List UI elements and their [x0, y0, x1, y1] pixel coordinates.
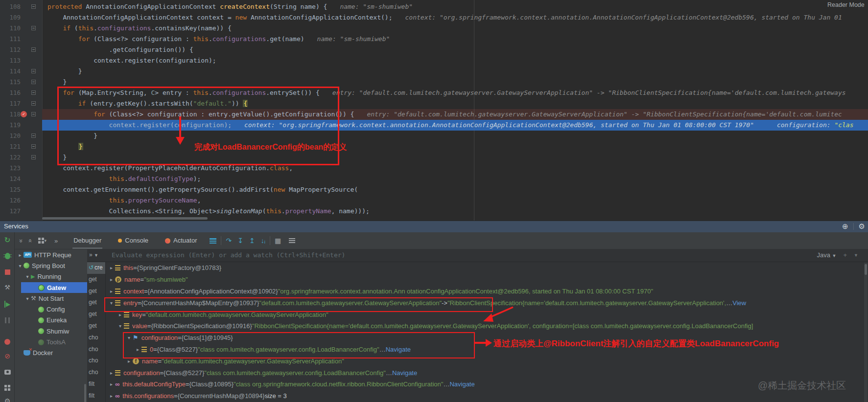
tree-chevron-icon[interactable]: ▾: [24, 296, 31, 301]
reader-mode-label[interactable]: Reader Mode: [827, 1, 865, 8]
variable-chevron-icon[interactable]: ▸: [108, 277, 115, 282]
language-selector[interactable]: Java ▼: [817, 251, 836, 259]
settings-lines-icon[interactable]: [289, 238, 295, 243]
editor-horizontal-scrollbar[interactable]: [42, 217, 208, 220]
variables-scrollbar-thumb[interactable]: [865, 264, 867, 275]
add-watch-icon[interactable]: +: [843, 251, 847, 259]
run-to-cursor-icon[interactable]: ↓ᵢ: [261, 237, 265, 245]
debug-icon[interactable]: [0, 251, 15, 259]
variable-chevron-icon[interactable]: ▸: [134, 347, 141, 352]
tree-chevron-icon[interactable]: ▸: [17, 252, 23, 258]
sidebar-item-config[interactable]: Config: [15, 304, 87, 314]
sidebar-item-shumiw[interactable]: Shumiw: [15, 326, 87, 336]
variable-chevron-icon[interactable]: ▸: [125, 358, 133, 364]
gear-icon[interactable]: ⚙: [859, 222, 865, 231]
watch-bar[interactable]: » ▼ Evaluate expression (Enter) or add a…: [87, 249, 868, 262]
expand-all-icon[interactable]: »: [18, 239, 25, 242]
variable-chevron-icon[interactable]: ▸: [108, 381, 115, 387]
variable-row-name[interactable]: ▸fname = "default.com.lumitech.gatewayse…: [106, 355, 868, 367]
stack-frame[interactable]: cho: [87, 355, 105, 367]
collapse-all-icon[interactable]: »: [26, 239, 33, 242]
chevron-double-right-icon[interactable]: »: [89, 251, 93, 258]
variable-chevron-icon[interactable]: ▾: [117, 323, 124, 329]
navigate-link[interactable]: Navigate: [392, 369, 417, 377]
group-by-icon[interactable]: [38, 238, 44, 244]
resume-icon[interactable]: ▶: [0, 300, 15, 308]
caret-down-icon[interactable]: ▼: [854, 253, 858, 258]
stack-frame[interactable]: filt: [87, 390, 105, 402]
navigate-link[interactable]: Navigate: [449, 380, 474, 388]
variables-scrollbar-track[interactable]: [864, 263, 868, 402]
variable-row-name[interactable]: ▸pname = "sm-shumiweb": [106, 274, 868, 286]
fold-marker[interactable]: −: [31, 47, 36, 52]
mute-breakpoints-icon[interactable]: [0, 337, 15, 345]
services-panel-header[interactable]: Services ⊕ ⚙: [0, 221, 868, 232]
fold-marker[interactable]: −: [31, 112, 36, 116]
stack-frame[interactable]: filt: [87, 379, 105, 390]
no-breakpoints-icon[interactable]: ⊘: [0, 352, 15, 360]
tree-scrollbar[interactable]: [84, 384, 86, 402]
variable-chevron-icon[interactable]: ▸: [108, 265, 115, 270]
caret-down-icon[interactable]: ▼: [94, 253, 98, 258]
show-execution-point-icon[interactable]: ↷: [226, 237, 232, 245]
variable-chevron-icon[interactable]: ▸: [108, 393, 115, 399]
sidebar-item-spring-boot[interactable]: ▾Spring Boot: [15, 260, 87, 271]
view-as-table-icon[interactable]: ▦: [275, 237, 281, 245]
navigate-link[interactable]: Navigate: [386, 346, 411, 353]
stack-frame[interactable]: cho: [87, 344, 105, 356]
frames-list[interactable]: ↺cregetgetgetgetgetchochochochofiltfilt: [87, 262, 106, 402]
stack-frame[interactable]: get: [87, 309, 105, 320]
stack-frame[interactable]: cho: [87, 332, 105, 344]
pause-icon[interactable]: [0, 316, 15, 324]
sidebar-item-eureka[interactable]: Eureka: [15, 315, 87, 326]
fold-marker[interactable]: −: [31, 90, 36, 95]
tab-console[interactable]: Console: [116, 232, 150, 249]
layout-grid-icon[interactable]: [0, 383, 15, 391]
wrench-icon[interactable]: ⚒: [0, 283, 15, 291]
overflow-chevron-icon[interactable]: »: [54, 237, 58, 245]
variable-row-this-defaultConfigType[interactable]: ▸∞this.defaultConfigType = {Class@10895}…: [106, 379, 868, 390]
variable-row-context[interactable]: ▸context = {AnnotationConfigApplicationC…: [106, 286, 868, 297]
services-tree[interactable]: ▸APIHTTP Reque▾Spring Boot▾▶RunningGatew…: [15, 249, 87, 402]
rerun-icon[interactable]: ↻: [0, 236, 15, 245]
stop-icon[interactable]: [0, 268, 15, 275]
step-out-icon[interactable]: ↥: [249, 237, 255, 245]
stack-frame[interactable]: get: [87, 297, 105, 309]
tree-chevron-icon[interactable]: ▾: [17, 263, 23, 268]
target-icon[interactable]: ⊕: [842, 222, 848, 231]
variable-chevron-icon[interactable]: ▸: [108, 370, 115, 376]
navigate-link[interactable]: View: [732, 299, 746, 307]
fold-marker[interactable]: −: [31, 69, 36, 73]
stack-frame[interactable]: get: [87, 320, 105, 332]
sidebar-item-docker[interactable]: Docker: [15, 348, 87, 358]
settings-gear-icon[interactable]: ⚙: [0, 397, 15, 402]
stack-frame[interactable]: get: [87, 286, 105, 297]
variable-chevron-icon[interactable]: ▸: [117, 312, 124, 317]
step-over-icon[interactable]: ↧: [237, 237, 243, 245]
tree-chevron-icon[interactable]: ▾: [24, 274, 31, 279]
stack-frame[interactable]: get: [87, 274, 105, 286]
tab-actuator[interactable]: Actuator: [163, 232, 199, 249]
variable-chevron-icon[interactable]: ▾: [125, 335, 133, 340]
fold-marker[interactable]: −: [31, 155, 36, 159]
variable-row-this-configurations[interactable]: ▸∞this.configurations = {ConcurrentHashM…: [106, 390, 868, 402]
variable-row-this[interactable]: ▸this = {SpringClientFactory@10783}: [106, 262, 868, 274]
sidebar-item-running[interactable]: ▾▶Running: [15, 271, 87, 282]
sidebar-item-http-reque[interactable]: ▸APIHTTP Reque: [15, 249, 87, 260]
fold-marker[interactable]: −: [31, 4, 36, 9]
stack-frame[interactable]: ↺cre: [87, 262, 105, 274]
watch-input[interactable]: Evaluate expression (Enter) or add a wat…: [112, 251, 345, 259]
variable-chevron-icon[interactable]: ▾: [108, 300, 115, 306]
breakpoint-icon[interactable]: ✓: [21, 111, 27, 117]
variable-row-value[interactable]: ▾value = {RibbonClientSpecification@1091…: [106, 320, 868, 332]
variables-panel[interactable]: ▸this = {SpringClientFactory@10783}▸pnam…: [106, 262, 868, 402]
code-editor[interactable]: 108−protected AnnotationConfigApplicatio…: [0, 0, 868, 221]
stack-frame[interactable]: cho: [87, 367, 105, 379]
fold-marker[interactable]: −: [31, 134, 36, 138]
sidebar-item-gatew[interactable]: Gatew: [21, 282, 87, 293]
tab-debugger[interactable]: Debugger: [71, 232, 103, 249]
layout-settings-icon[interactable]: [210, 238, 216, 244]
variable-row-key[interactable]: ▸key = "default.com.lumitech.gatewayserv…: [106, 309, 868, 320]
sidebar-item-toolsa[interactable]: ToolsA: [15, 336, 87, 347]
variable-row-entry[interactable]: ▾entry = {ConcurrentHashMap$MapEntry@109…: [106, 297, 868, 309]
